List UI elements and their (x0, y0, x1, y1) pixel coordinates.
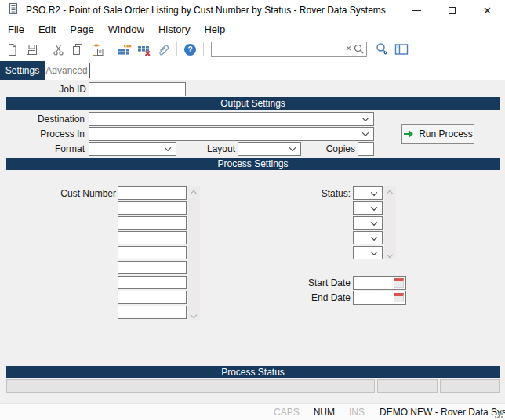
status-bar: CAPS NUM INS DEMO.NEW - Rover Data Syste… (0, 403, 505, 420)
cust-number-input[interactable] (118, 186, 187, 200)
panel-layout-button[interactable] (391, 40, 411, 59)
window-title: PSO.R2 - Point of Sale Order Listing by … (26, 5, 386, 16)
tab-advanced[interactable]: Advanced (45, 61, 89, 80)
chevron-down-icon (289, 145, 296, 151)
search-box: × (211, 42, 367, 57)
toolbar-separator (176, 42, 177, 56)
process-in-select[interactable] (89, 127, 374, 141)
calendar-icon[interactable] (394, 278, 404, 288)
start-date-input[interactable] (353, 276, 406, 290)
scroll-down-icon[interactable] (387, 252, 393, 258)
new-document-button[interactable] (2, 40, 22, 59)
job-id-input[interactable] (89, 82, 186, 96)
scroll-up-icon[interactable] (387, 190, 393, 197)
paste-button[interactable] (88, 40, 107, 59)
process-status-panel-2 (377, 379, 438, 393)
scroll-down-icon[interactable] (191, 312, 197, 318)
maximize-button[interactable] (434, 0, 470, 20)
copy-button[interactable] (68, 40, 88, 59)
status-select[interactable] (353, 186, 383, 200)
chevron-down-icon (371, 189, 377, 195)
cust-number-input[interactable] (118, 201, 187, 215)
window-controls: ✕ (399, 0, 505, 20)
status-scrollbar[interactable] (384, 186, 396, 259)
insert-rows-icon (118, 43, 132, 56)
chevron-down-icon (371, 234, 377, 240)
save-button[interactable] (22, 40, 42, 59)
ins-indicator: INS (342, 407, 372, 418)
minimize-button[interactable] (399, 0, 434, 20)
copy-icon (71, 43, 85, 56)
destination-select[interactable] (89, 112, 374, 126)
menu-edit[interactable]: Edit (31, 22, 63, 37)
search-input[interactable] (211, 42, 367, 57)
cust-number-input[interactable] (118, 216, 187, 230)
help-button[interactable]: ? (180, 40, 200, 59)
maximize-icon (449, 7, 456, 14)
status-select[interactable] (353, 216, 383, 230)
menu-window[interactable]: Window (101, 22, 151, 37)
cust-number-input[interactable] (118, 276, 187, 289)
svg-text:?: ? (187, 45, 192, 54)
run-process-button[interactable]: Run Process (401, 124, 474, 144)
process-settings-header: Process Settings (6, 158, 500, 170)
calendar-icon[interactable] (394, 293, 404, 302)
start-date-label: Start Date (272, 277, 351, 288)
layout-select[interactable] (238, 142, 301, 156)
attachments-button[interactable] (154, 40, 173, 59)
cust-number-list (118, 186, 187, 320)
close-button[interactable]: ✕ (470, 0, 505, 20)
new-document-icon (5, 43, 19, 56)
menu-history[interactable]: History (151, 22, 197, 37)
toolbar-separator (111, 42, 111, 56)
settings-panel: Job ID Output Settings Destination Proce… (0, 80, 505, 403)
help-icon: ? (183, 43, 197, 56)
cust-number-input[interactable] (118, 246, 187, 259)
chevron-down-icon (165, 145, 171, 151)
find-records-button[interactable] (372, 40, 391, 59)
panel-layout-icon (394, 43, 409, 56)
paperclip-icon (157, 43, 170, 56)
cust-number-input[interactable] (118, 231, 187, 244)
tab-settings[interactable]: Settings (0, 61, 45, 80)
copies-input[interactable] (358, 142, 374, 156)
cust-number-scrollbar[interactable] (188, 186, 200, 320)
process-status-header: Process Status (6, 366, 500, 378)
menu-page[interactable]: Page (63, 22, 100, 37)
output-settings-header: Output Settings (6, 97, 500, 110)
cut-button[interactable] (49, 40, 68, 59)
insert-rows-button[interactable] (114, 40, 134, 59)
tab-divider (89, 63, 90, 78)
end-date-label: End Date (272, 292, 351, 303)
job-id-label: Job ID (0, 84, 86, 95)
clear-icon[interactable]: × (346, 43, 351, 54)
app-window: PSO.R2 - Point of Sale Order Listing by … (0, 0, 505, 420)
status-select[interactable] (353, 246, 383, 259)
chevron-down-icon (371, 248, 377, 255)
cust-number-input[interactable] (118, 291, 187, 304)
cust-number-input[interactable] (118, 306, 187, 319)
toolbar-separator (203, 42, 204, 56)
chevron-down-icon (371, 204, 377, 210)
status-select[interactable] (353, 201, 383, 215)
run-process-label: Run Process (419, 129, 473, 139)
format-select[interactable] (89, 142, 176, 156)
toolbar-separator (45, 42, 45, 56)
scroll-up-icon[interactable] (191, 190, 197, 197)
delete-rows-icon (137, 43, 151, 56)
connection-status: DEMO.NEW - Rover Data Systems (372, 407, 505, 418)
delete-rows-button[interactable] (134, 40, 154, 59)
chevron-down-icon (362, 130, 369, 136)
minimize-icon (412, 10, 421, 11)
status-select[interactable] (353, 231, 383, 244)
end-date-input[interactable] (353, 291, 406, 305)
menu-file[interactable]: File (1, 22, 31, 37)
save-icon (25, 43, 38, 56)
menu-bar: File Edit Page Window History Help (0, 20, 505, 38)
menu-help[interactable]: Help (197, 22, 232, 37)
cust-number-input[interactable] (118, 261, 187, 274)
resize-grip[interactable] (495, 410, 503, 418)
cust-number-label: Cust Number (0, 188, 116, 199)
process-status-panel-3 (440, 379, 500, 393)
search-icon[interactable] (353, 43, 365, 58)
